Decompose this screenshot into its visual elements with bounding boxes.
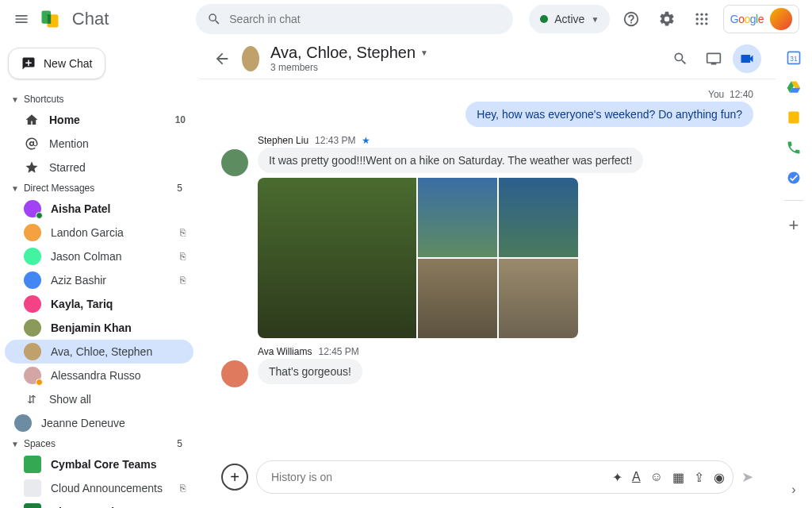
space-cymbal[interactable]: Cymbal Core Teams bbox=[5, 452, 193, 476]
attached-image[interactable] bbox=[418, 178, 497, 257]
dm-aisha[interactable]: Aisha Patel bbox=[5, 197, 193, 221]
star-filled-icon[interactable]: ★ bbox=[362, 135, 370, 146]
attached-image[interactable] bbox=[258, 178, 416, 338]
avatar-icon bbox=[24, 319, 41, 337]
dm-landon[interactable]: Landon Garcia⎘ bbox=[5, 221, 193, 244]
home-icon bbox=[24, 112, 40, 128]
settings-button[interactable] bbox=[653, 5, 680, 33]
search-input-container[interactable] bbox=[196, 4, 513, 34]
app-title: Chat bbox=[72, 9, 109, 29]
chat-title[interactable]: Ava, Chloe, Stephen ▼ bbox=[270, 44, 428, 62]
send-button[interactable]: ➤ bbox=[741, 468, 753, 486]
pin-icon: ⎘ bbox=[180, 251, 186, 262]
sidebar: New Chat ▼ Shortcuts Home 10 Mention Sta… bbox=[0, 38, 198, 508]
back-button[interactable] bbox=[213, 50, 231, 67]
message-bubble[interactable]: It was pretty good!!!Went on a hike on S… bbox=[258, 148, 643, 173]
svg-point-6 bbox=[695, 17, 698, 20]
message-thread[interactable]: You 12:40 Hey, how was everyone's weeken… bbox=[199, 79, 776, 454]
message-bubble[interactable]: Hey, how was everyone's weekend? Do anyt… bbox=[465, 102, 753, 127]
attached-image[interactable] bbox=[418, 259, 497, 338]
space-icon bbox=[24, 479, 41, 497]
chat-header: Ava, Chloe, Stephen ▼ 3 members bbox=[199, 38, 776, 79]
nav-starred[interactable]: Starred bbox=[5, 156, 193, 179]
chevron-down-icon: ▼ bbox=[420, 48, 428, 57]
dm-alessandra[interactable]: Alessandra Russo bbox=[5, 364, 193, 387]
search-input[interactable] bbox=[229, 13, 502, 25]
pin-icon: ⎘ bbox=[180, 227, 186, 238]
avatar-icon bbox=[24, 224, 41, 241]
svg-point-8 bbox=[705, 17, 707, 20]
format-icon[interactable]: A bbox=[632, 470, 641, 485]
avatar-icon bbox=[24, 248, 41, 265]
tasks-icon[interactable] bbox=[786, 170, 802, 186]
sender-name: Ava Williams bbox=[258, 346, 312, 357]
svg-rect-2 bbox=[47, 14, 51, 24]
msg-time: 12:43 PM bbox=[315, 135, 355, 146]
status-selector[interactable]: Active ▼ bbox=[529, 5, 610, 33]
nav-mention[interactable]: Mention bbox=[5, 132, 193, 156]
collapse-panel-button[interactable]: › bbox=[791, 483, 795, 497]
avatar-icon bbox=[24, 295, 41, 313]
main-menu-button[interactable] bbox=[13, 10, 31, 29]
chat-search-button[interactable] bbox=[666, 44, 695, 73]
nav-home[interactable]: Home 10 bbox=[5, 108, 193, 132]
message-bubble[interactable]: That's gorgeous! bbox=[258, 359, 362, 384]
section-shortcuts[interactable]: ▼ Shortcuts bbox=[5, 90, 193, 108]
help-button[interactable] bbox=[618, 5, 645, 33]
attached-image[interactable] bbox=[499, 178, 578, 257]
chat-subtitle: 3 members bbox=[270, 62, 428, 73]
avatar-icon bbox=[24, 343, 41, 360]
svg-point-10 bbox=[700, 22, 703, 25]
dm-aziz[interactable]: Aziz Bashir⎘ bbox=[5, 268, 193, 292]
upload-icon[interactable]: ⇪ bbox=[694, 470, 704, 485]
dm-ava-chloe-stephen[interactable]: Ava, Chloe, Stephen bbox=[5, 340, 193, 364]
side-panel: 31 + › bbox=[776, 38, 812, 508]
dm-benjamin[interactable]: Benjamin Khan bbox=[5, 316, 193, 340]
svg-point-5 bbox=[705, 13, 707, 16]
add-addon-button[interactable]: + bbox=[786, 215, 802, 231]
pin-icon: ⎘ bbox=[180, 275, 186, 286]
keep-icon[interactable] bbox=[786, 110, 802, 125]
present-button[interactable] bbox=[699, 44, 728, 73]
svg-rect-14 bbox=[788, 112, 799, 124]
new-chat-button[interactable]: New Chat bbox=[8, 48, 105, 79]
voice-icon[interactable] bbox=[786, 140, 802, 156]
attached-image[interactable] bbox=[499, 259, 578, 338]
video-call-button[interactable] bbox=[733, 44, 761, 73]
sender-you: You bbox=[708, 89, 724, 100]
composer: + ✦ A ☺ ▦ ⇪ ◉ ➤ bbox=[199, 454, 776, 508]
dm-jeanne[interactable]: Jeanne Deneuve bbox=[5, 411, 193, 435]
google-logo: Google bbox=[730, 13, 764, 25]
status-label: Active bbox=[554, 13, 584, 25]
sender-name: Stephen Liu bbox=[258, 135, 308, 146]
video-record-icon[interactable]: ◉ bbox=[714, 470, 725, 485]
dm-jason[interactable]: Jason Colman⎘ bbox=[5, 244, 193, 268]
space-clover[interactable]: Clover Leads bbox=[5, 500, 193, 508]
main-panel: Ava, Chloe, Stephen ▼ 3 members You 12:4… bbox=[198, 38, 776, 508]
message-input[interactable] bbox=[271, 471, 606, 483]
image-gallery[interactable] bbox=[258, 178, 578, 338]
status-dot-icon bbox=[540, 15, 548, 23]
account-switcher[interactable]: Google bbox=[723, 5, 799, 33]
section-spaces[interactable]: ▼ Spaces 5 bbox=[5, 435, 193, 452]
ai-sparkle-icon[interactable]: ✦ bbox=[612, 470, 622, 485]
new-chat-icon bbox=[21, 56, 36, 71]
emoji-icon[interactable]: ☺ bbox=[650, 470, 663, 485]
section-dms[interactable]: ▼ Direct Messages 5 bbox=[5, 179, 193, 197]
dm-kayla-tariq[interactable]: Kayla, Tariq bbox=[5, 292, 193, 316]
apps-button[interactable] bbox=[688, 5, 715, 33]
svg-text:31: 31 bbox=[790, 55, 798, 63]
space-cloud[interactable]: Cloud Announcements⎘ bbox=[5, 476, 193, 500]
add-button[interactable]: + bbox=[221, 464, 248, 491]
sender-avatar bbox=[221, 360, 248, 387]
gif-icon[interactable]: ▦ bbox=[672, 470, 684, 485]
mention-icon bbox=[24, 136, 40, 152]
sender-avatar bbox=[221, 149, 248, 176]
dms-show-all[interactable]: ⇵Show all bbox=[5, 387, 193, 411]
chevron-down-icon: ▼ bbox=[591, 15, 599, 24]
space-icon bbox=[24, 456, 41, 473]
message-input-container[interactable]: ✦ A ☺ ▦ ⇪ ◉ bbox=[256, 460, 733, 494]
svg-point-4 bbox=[700, 13, 703, 16]
calendar-icon[interactable]: 31 bbox=[786, 49, 802, 65]
drive-icon[interactable] bbox=[786, 79, 802, 95]
